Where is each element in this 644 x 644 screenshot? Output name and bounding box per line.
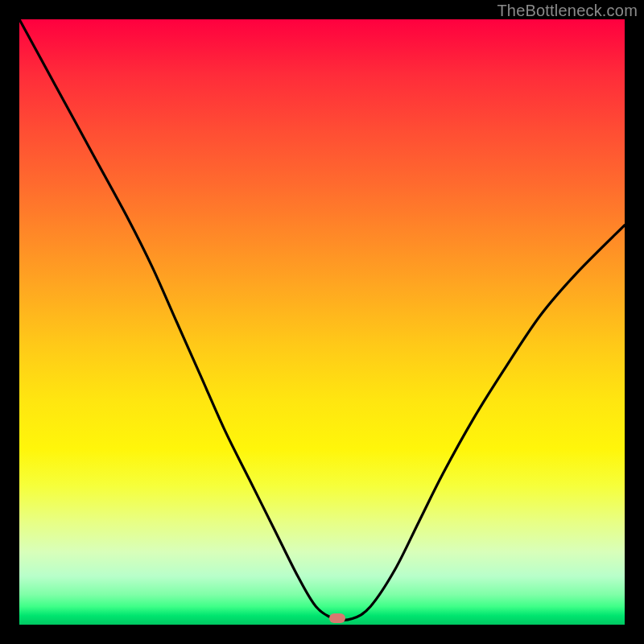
bottleneck-curve — [19, 19, 625, 625]
watermark-text: TheBottleneck.com — [497, 2, 638, 20]
curve-path — [19, 19, 625, 620]
chart-frame: TheBottleneck.com — [0, 0, 644, 644]
optimal-marker — [329, 613, 345, 623]
plot-area — [19, 19, 625, 625]
